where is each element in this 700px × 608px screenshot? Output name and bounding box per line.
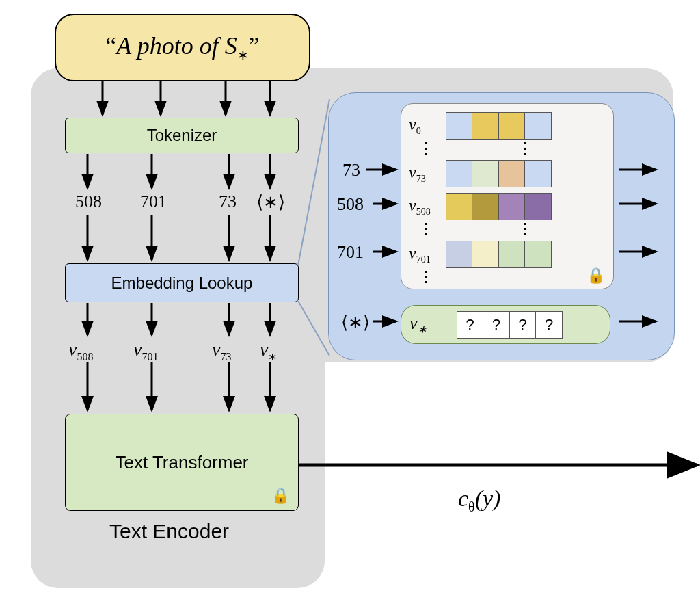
token-id-73: 73 [219, 191, 237, 212]
embedding-lookup-label: Embedding Lookup [111, 274, 253, 293]
embedding-cell [498, 112, 526, 140]
embedding-cell [498, 241, 526, 268]
embedding-cell [472, 241, 499, 268]
input-prompt-text: “A photo of S∗” [105, 31, 259, 63]
row-v73: v73 [405, 160, 552, 187]
vdots-1b: ⋮ [517, 145, 531, 152]
learnable-cell: ? [457, 311, 484, 339]
vdots-2: ⋮ [418, 226, 432, 233]
detail-in-73: 73 [342, 160, 360, 181]
embedding-cell [446, 241, 473, 268]
embedding-lookup-box: Embedding Lookup [65, 263, 299, 302]
tokenizer-label: Tokenizer [147, 126, 217, 145]
embedding-cell [446, 112, 473, 140]
learnable-cell: ? [535, 311, 563, 339]
learnable-cell: ? [483, 311, 510, 339]
emb-v508: v508 [68, 339, 93, 363]
detail-in-701: 701 [337, 242, 364, 263]
embedding-cell [472, 112, 499, 140]
emb-v701: v701 [133, 339, 158, 363]
embedding-cell [498, 160, 526, 187]
emb-v73: v73 [212, 339, 231, 363]
new-token-row: v∗ ???? [401, 305, 610, 344]
embedding-cell [498, 193, 526, 220]
new-token-key: v∗ [401, 313, 447, 336]
embedding-table: v0 ⋮ ⋮ v73 v508 ⋮ ⋮ v701 ⋮ 🔒 [401, 103, 614, 289]
embedding-cell [446, 193, 473, 220]
embedding-cell [446, 160, 473, 187]
table-lock-icon: 🔒 [587, 267, 605, 285]
token-id-701: 701 [140, 191, 167, 212]
vdots-2b: ⋮ [517, 226, 531, 233]
detail-in-star: ⟨∗⟩ [341, 312, 370, 333]
learnable-cell: ? [509, 311, 537, 339]
lock-icon: 🔒 [271, 487, 290, 505]
token-id-508: 508 [75, 191, 102, 212]
embedding-cell [524, 193, 552, 220]
text-transformer-label: Text Transformer [115, 452, 248, 473]
embedding-cell [524, 160, 552, 187]
emb-vstar: v∗ [260, 339, 277, 363]
embedding-cell [472, 160, 499, 187]
text-encoder-label: Text Encoder [109, 520, 229, 543]
output-symbol: cθ(y) [458, 486, 500, 515]
row-v508: v508 [405, 193, 552, 220]
vdots-3: ⋮ [418, 274, 432, 280]
embedding-cell [524, 241, 552, 268]
embedding-cell [524, 112, 552, 140]
embedding-cell [472, 193, 499, 220]
text-transformer-box: Text Transformer 🔒 [65, 414, 299, 511]
token-id-star: ⟨∗⟩ [256, 191, 285, 213]
tokenizer-box: Tokenizer [65, 118, 299, 153]
row-v701: v701 [405, 241, 552, 268]
detail-in-508: 508 [337, 194, 364, 215]
vdots-1: ⋮ [418, 145, 432, 152]
row-v0: v0 [405, 112, 552, 140]
input-prompt-box: “A photo of S∗” [55, 14, 310, 81]
embedding-detail-bubble: 73 508 701 ⟨∗⟩ v0 ⋮ ⋮ v73 v508 ⋮ ⋮ v701 … [328, 92, 675, 360]
